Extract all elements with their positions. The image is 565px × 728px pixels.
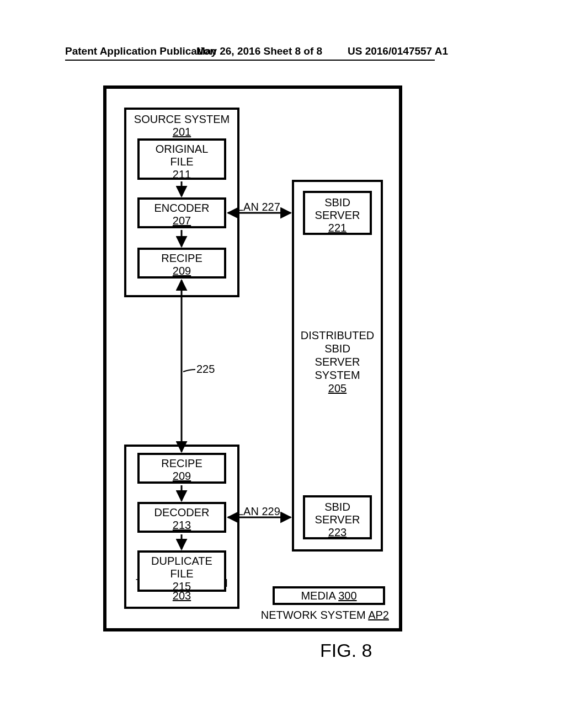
network-system-ref: AP2 <box>368 609 389 621</box>
page: Patent Application Publication May 26, 2… <box>0 0 565 728</box>
media-title: MEDIA <box>301 590 335 602</box>
sbid-l2: SBID <box>296 342 379 355</box>
lan-lower-label: LAN 229 <box>237 505 280 518</box>
decoder-title: DECODER <box>140 506 224 519</box>
recipe-lower-box: RECIPE 209 <box>137 453 226 484</box>
network-system-label: NETWORK SYSTEM AP2 <box>261 609 389 622</box>
recipe-link-ref: 225 <box>196 363 215 376</box>
media-box: MEDIA 300 <box>273 586 385 605</box>
recipe-upper-box: RECIPE 209 <box>137 248 226 279</box>
original-file-title-2: FILE <box>170 156 193 168</box>
duplicate-file-ref: 215 <box>140 580 224 593</box>
sbid-upper-l1: SBID <box>324 196 350 208</box>
header-rule <box>65 60 435 61</box>
duplicate-file-title-2: FILE <box>170 568 193 580</box>
recipe-lower-ref: 209 <box>140 470 224 483</box>
lan-upper-label: LAN 227 <box>237 201 280 213</box>
header-right: US 2016/0147557 A1 <box>348 45 448 57</box>
recipe-upper-title: RECIPE <box>140 252 224 265</box>
sbid-lower-l2: SERVER <box>315 513 360 526</box>
sbid-system-caption: DISTRIBUTED SBID SERVER SYSTEM 205 <box>296 329 379 395</box>
duplicate-file-box: DUPLICATEFILE 215 <box>137 550 226 592</box>
source-system-title: SOURCE SYSTEM <box>126 113 237 126</box>
sbid-l4: SYSTEM <box>296 368 379 382</box>
decoder-box: DECODER 213 <box>137 502 226 533</box>
sbid-server-upper-box: SBIDSERVER 221 <box>303 191 372 235</box>
recipe-upper-ref: 209 <box>140 265 224 277</box>
sbid-system-ref: 205 <box>296 382 379 395</box>
original-file-ref: 211 <box>140 168 224 181</box>
sbid-lower-l1: SBID <box>324 501 350 513</box>
decoder-ref: 213 <box>140 519 224 532</box>
sbid-lower-ref: 223 <box>305 526 370 539</box>
media-ref: 300 <box>338 590 356 602</box>
source-system-ref: 201 <box>126 126 237 138</box>
sbid-server-lower-box: SBIDSERVER 223 <box>303 495 372 539</box>
original-file-box: ORIGINALFILE 211 <box>137 138 226 180</box>
header-mid: May 26, 2016 Sheet 8 of 8 <box>196 45 322 57</box>
duplicate-file-title-1: DUPLICATE <box>151 555 212 567</box>
figure-label: FIG. 8 <box>320 640 372 661</box>
sbid-upper-ref: 221 <box>305 222 370 234</box>
network-system-title: NETWORK SYSTEM <box>261 609 366 621</box>
header-left: Patent Application Publication <box>65 45 216 57</box>
sbid-l3: SERVER <box>296 355 379 368</box>
encoder-box: ENCODER 207 <box>137 197 226 228</box>
encoder-ref: 207 <box>140 215 224 227</box>
recipe-lower-title: RECIPE <box>140 457 224 470</box>
encoder-title: ENCODER <box>140 202 224 215</box>
original-file-title-1: ORIGINAL <box>156 143 209 155</box>
sbid-l1: DISTRIBUTED <box>296 329 379 342</box>
sbid-upper-l2: SERVER <box>315 209 360 221</box>
